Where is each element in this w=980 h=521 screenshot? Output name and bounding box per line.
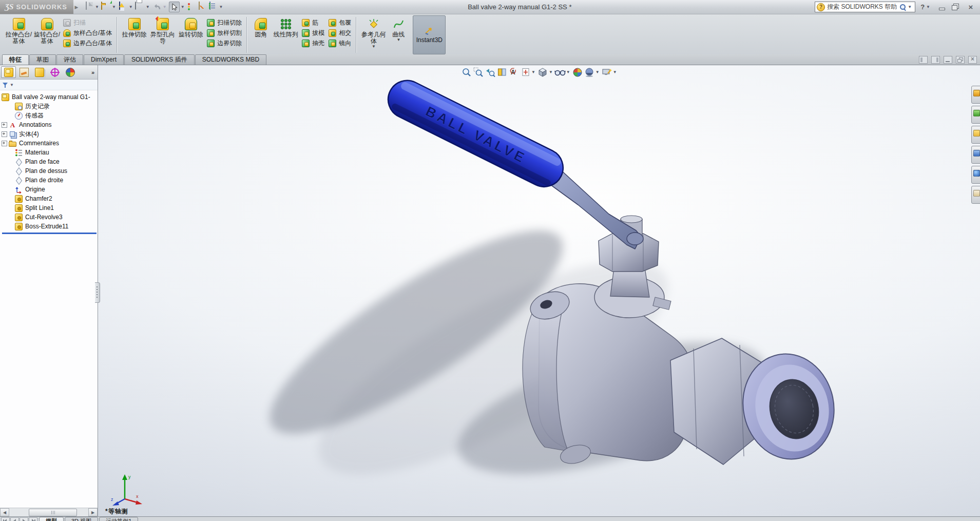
search-box[interactable]: ? 搜索 SOLIDWORKS 帮助 ▼ — [815, 2, 915, 12]
first-tab-icon[interactable] — [1, 517, 10, 521]
tab-dimxpert[interactable]: DimXpert — [84, 54, 124, 65]
tree-item-front-plane[interactable]: Plan de face — [2, 157, 98, 166]
minimize-button[interactable] — [936, 3, 948, 11]
tree-item-bossextrude11[interactable]: Boss-Extrude11 — [2, 222, 98, 231]
scrollbar-track[interactable] — [9, 509, 88, 516]
dimxpertmanager-tab[interactable] — [47, 66, 62, 78]
tree-root[interactable]: Ball valve 2-way manual G1- — [2, 92, 98, 102]
handle-grip[interactable]: BALL VALVE — [381, 74, 569, 193]
save-button[interactable] — [118, 2, 128, 12]
ribbon-button-wrap[interactable]: 包覆 — [326, 17, 353, 28]
flyout-arrow-icon[interactable]: ▼ — [372, 45, 376, 48]
tree-item-comments[interactable]: Commentaires — [2, 139, 98, 148]
motion-study-tab[interactable]: 运动算例1 — [99, 517, 138, 521]
ribbon-button-draft[interactable]: 拔模 — [300, 28, 326, 38]
tree-item-annotations[interactable]: A Annotations — [2, 120, 98, 129]
view-settings-icon[interactable] — [601, 66, 613, 78]
view-orientation-icon[interactable] — [520, 66, 531, 78]
search-dropdown-icon[interactable]: ▼ — [908, 5, 912, 9]
tree-item-material[interactable]: Materiau — [2, 148, 98, 157]
dropdown-icon[interactable]: ▼ — [219, 5, 223, 9]
last-tab-icon[interactable] — [29, 517, 37, 521]
ribbon-button-curves[interactable]: 曲线 ▼ — [388, 16, 409, 54]
dropdown-icon[interactable]: ▼ — [566, 70, 570, 74]
options-button[interactable] — [208, 2, 218, 12]
previous-view-icon[interactable] — [484, 66, 496, 78]
tree-item-chamfer2[interactable]: Chamfer2 — [2, 194, 98, 203]
tab-sketch[interactable]: 草图 — [29, 54, 56, 65]
ribbon-button-shell[interactable]: 抽壳 — [300, 38, 326, 48]
open-button[interactable] — [101, 2, 111, 12]
file-properties-button[interactable] — [198, 2, 207, 12]
dropdown-icon[interactable]: ▼ — [531, 70, 535, 74]
logo-flyout-arrow[interactable]: ▶ — [73, 2, 80, 12]
apply-scene-icon[interactable] — [584, 66, 595, 78]
panel-overflow-chevron[interactable]: » — [89, 69, 97, 75]
tree-filter-row[interactable]: ▼ — [0, 80, 98, 90]
tab-solidworks-mbd[interactable]: SOLIDWORKS MBD — [195, 54, 266, 65]
ribbon-button-extruded-cut[interactable]: 拉伸切除 — [120, 16, 148, 54]
ribbon-button-revolved-boss[interactable]: 旋转凸台/基体 — [33, 16, 61, 54]
ribbon-button-swept-boss[interactable]: 扫描 — [61, 17, 114, 28]
dropdown-icon[interactable]: ▼ — [146, 5, 150, 9]
new-document-button[interactable] — [84, 2, 94, 12]
tree-item-sensors[interactable]: 传感器 — [2, 111, 98, 120]
next-tab-icon[interactable] — [20, 517, 28, 521]
tab-features[interactable]: 特征 — [2, 54, 29, 65]
document-minimize-icon[interactable] — [944, 56, 952, 64]
display-style-icon[interactable] — [537, 66, 549, 78]
annotation-view-icon[interactable]: A — [508, 66, 520, 78]
zoom-to-fit-icon[interactable] — [460, 66, 472, 78]
graphics-viewport[interactable]: A ▼ ▼ ▼ ▼ ▼ — [98, 65, 980, 516]
ribbon-button-hole-wizard[interactable]: 异型孔向导 — [148, 16, 177, 54]
tab-solidworks-addins[interactable]: SOLIDWORKS 插件 — [124, 54, 195, 65]
search-icon[interactable] — [899, 4, 906, 10]
ribbon-button-lofted-boss[interactable]: 放样凸台/基体 — [61, 28, 114, 38]
ribbon-button-linear-pattern[interactable]: 线性阵列 — [272, 16, 300, 54]
dropdown-icon[interactable]: ▼ — [181, 5, 185, 9]
help-button[interactable]: ? — [920, 3, 925, 11]
edit-appearance-icon[interactable] — [572, 66, 584, 78]
expand-icon[interactable] — [2, 141, 7, 146]
select-button[interactable] — [169, 2, 180, 12]
flyout-arrow-icon[interactable]: ▼ — [396, 38, 400, 42]
section-view-icon[interactable] — [496, 66, 508, 78]
tree-item-solid-bodies[interactable]: 实体(4) — [2, 129, 98, 139]
collapse-right-pane-icon[interactable] — [931, 56, 940, 64]
document-close-icon[interactable]: × — [968, 56, 977, 64]
solidworks-resources-button[interactable] — [971, 86, 980, 104]
hide-show-items-icon[interactable] — [554, 66, 566, 78]
dropdown-icon[interactable]: ▼ — [129, 5, 133, 9]
design-library-button[interactable] — [971, 106, 980, 124]
tree-item-splitline1[interactable]: Split Line1 — [2, 203, 98, 213]
ribbon-button-boundary-boss[interactable]: 边界凸台/基体 — [61, 38, 114, 48]
document-restore-icon[interactable] — [956, 56, 965, 64]
undo-button[interactable] — [152, 2, 162, 12]
ribbon-button-lofted-cut[interactable]: 放样切割 — [205, 28, 244, 38]
rollback-bar[interactable] — [2, 233, 97, 234]
scroll-left-icon[interactable]: ◀ — [0, 508, 9, 516]
view-palette-button[interactable] — [971, 146, 980, 164]
tree-item-origin[interactable]: Origine — [2, 185, 98, 194]
ball-valve-model[interactable]: BALL VALVE — [98, 65, 980, 516]
help-dropdown-icon[interactable]: ▼ — [926, 5, 930, 9]
filter-dropdown-icon[interactable]: ▼ — [10, 83, 14, 87]
scroll-right-icon[interactable]: ▶ — [88, 508, 98, 516]
previous-tab-icon[interactable] — [10, 517, 19, 521]
ribbon-button-intersect[interactable]: 相交 — [326, 28, 353, 38]
tree-item-top-plane[interactable]: Plan de dessus — [2, 166, 98, 176]
ribbon-button-revolved-cut[interactable]: 旋转切除 — [177, 16, 205, 54]
panel-splitter-handle[interactable] — [95, 282, 100, 303]
configurationmanager-tab[interactable] — [32, 66, 47, 78]
appearances-button[interactable] — [971, 166, 980, 184]
tree-item-cutrevolve3[interactable]: Cut-Revolve3 — [2, 213, 98, 222]
panel-horizontal-scrollbar[interactable]: ◀ ▶ — [0, 508, 98, 516]
expand-icon[interactable] — [2, 122, 7, 128]
valve-body[interactable] — [523, 277, 843, 468]
dropdown-icon[interactable]: ▼ — [95, 5, 99, 9]
tree-item-right-plane[interactable]: Plan de droite — [2, 176, 98, 185]
dropdown-icon[interactable]: ▼ — [112, 5, 116, 9]
propertymanager-tab[interactable] — [16, 66, 31, 78]
zoom-to-area-icon[interactable] — [472, 66, 484, 78]
custom-properties-button[interactable] — [971, 186, 980, 204]
